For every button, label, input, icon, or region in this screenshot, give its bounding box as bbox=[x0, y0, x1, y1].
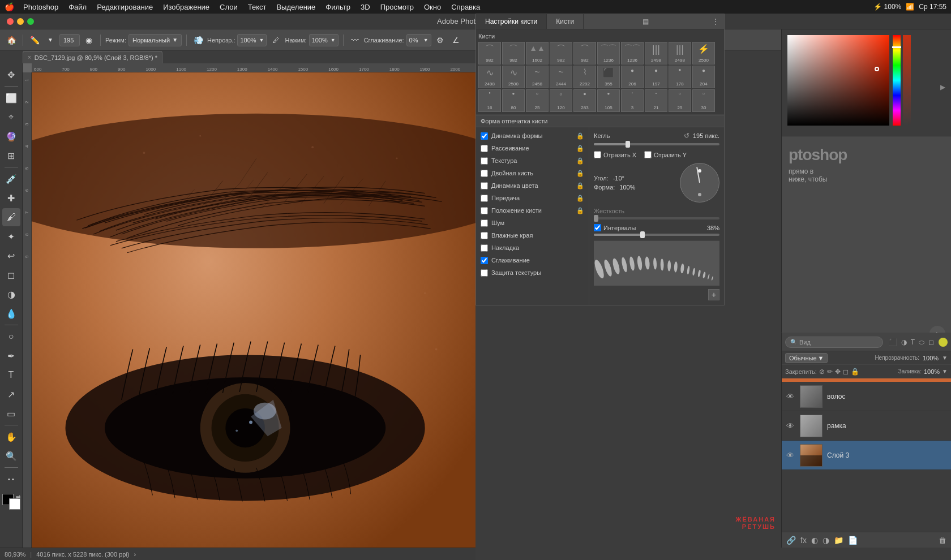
mirror-y-check[interactable] bbox=[644, 151, 652, 158]
preset-item[interactable]: ⌒⌒ 1236 bbox=[597, 42, 620, 64]
lock-icon[interactable]: 🔒 bbox=[576, 145, 584, 152]
lock-icon[interactable]: 🔒 bbox=[576, 157, 584, 165]
menu-image[interactable]: Изображение bbox=[160, 3, 213, 11]
option-dual-brush-check[interactable] bbox=[481, 170, 488, 177]
lock-all-icon[interactable]: 🔒 bbox=[851, 368, 859, 376]
panel-close-button[interactable]: ▤ bbox=[637, 14, 654, 29]
option-transfer-check[interactable] bbox=[481, 195, 488, 202]
delete-layer-icon[interactable]: 🗑 bbox=[939, 536, 946, 545]
lock-icon[interactable]: 🔒 bbox=[576, 207, 584, 214]
preset-item[interactable]: ⚡ 2500 bbox=[692, 42, 715, 64]
opacity-input[interactable]: 100%▼ bbox=[237, 34, 267, 46]
new-group-icon[interactable]: 📁 bbox=[834, 536, 843, 545]
crop-tool[interactable]: ⊞ bbox=[2, 147, 20, 165]
option-build-up-check[interactable] bbox=[481, 244, 488, 252]
type-tool[interactable]: T bbox=[2, 366, 20, 384]
document-tab[interactable]: × DSC_7129.jpg @ 80,9% (Слой 3, RGB/8*) … bbox=[23, 51, 162, 63]
hue-slider[interactable] bbox=[893, 35, 901, 126]
layer-filter-shape[interactable]: ⬭ bbox=[918, 337, 926, 347]
option-wet-edges-check[interactable] bbox=[481, 232, 488, 239]
option-color-dynamics-check[interactable] bbox=[481, 182, 488, 189]
menu-window[interactable]: Окно bbox=[421, 3, 444, 11]
preset-item[interactable]: ⌒ 982 bbox=[478, 42, 501, 64]
preset-item[interactable]: ∿ 2498 bbox=[478, 66, 501, 88]
preset-item[interactable]: ● 204 bbox=[692, 66, 715, 88]
lock-artboard-icon[interactable]: ◻ bbox=[843, 368, 849, 376]
option-noise-check[interactable] bbox=[481, 219, 488, 227]
preset-item[interactable]: ● 206 bbox=[621, 66, 644, 88]
layers-search[interactable]: 🔍 Вид bbox=[785, 337, 883, 348]
menu-help[interactable]: Справка bbox=[448, 3, 483, 11]
preset-item[interactable]: ▲▲ 1602 bbox=[526, 42, 549, 64]
hardness-slider[interactable] bbox=[594, 217, 719, 219]
add-adjustment-icon[interactable]: ◑ bbox=[823, 536, 829, 545]
preset-item[interactable]: ⌇ 2292 bbox=[573, 66, 596, 88]
preset-item[interactable]: ⌒ 982 bbox=[502, 42, 525, 64]
lock-icon[interactable]: 🔒 bbox=[576, 195, 584, 202]
brush-tool[interactable]: 🖌 bbox=[2, 208, 20, 226]
layer-item-layer3[interactable]: 👁 Слой 3 ЖЁВАНАЯ РЕТУШЬ bbox=[782, 441, 951, 470]
preset-item[interactable]: ∿ 2500 bbox=[502, 66, 525, 88]
apple-menu[interactable]: 🍎 bbox=[5, 2, 14, 11]
option-scattering-check[interactable] bbox=[481, 145, 488, 152]
preset-item[interactable]: ● 197 bbox=[645, 66, 667, 88]
preset-item[interactable]: ● 178 bbox=[669, 66, 691, 88]
add-mask-icon[interactable]: ◐ bbox=[811, 536, 818, 545]
eraser-tool[interactable]: ◻ bbox=[2, 266, 20, 284]
preset-item[interactable]: ||| 2498 bbox=[645, 42, 667, 64]
smoothing-icon[interactable]: 〰 bbox=[348, 33, 362, 47]
canvas-area[interactable]: 600 700 800 900 1000 1100 1200 1300 1400… bbox=[23, 63, 476, 548]
option-brush-pose-check[interactable] bbox=[481, 207, 488, 214]
flow-input[interactable]: 100%▼ bbox=[309, 34, 339, 46]
preset-item[interactable]: ⬛ 355 bbox=[597, 66, 620, 88]
menu-photoshop[interactable]: Photoshop bbox=[20, 3, 62, 11]
preset-item[interactable]: ● 16 bbox=[478, 89, 501, 112]
alpha-slider[interactable] bbox=[903, 35, 911, 126]
pen-tool[interactable]: ✒ bbox=[2, 347, 20, 365]
lasso-tool[interactable]: ⌖ bbox=[2, 108, 20, 126]
close-button[interactable] bbox=[7, 18, 14, 25]
spacing-slider[interactable] bbox=[594, 234, 719, 236]
opacity-chevron[interactable]: ▼ bbox=[942, 355, 948, 361]
option-shape-dynamics-check[interactable] bbox=[481, 132, 488, 140]
maximize-button[interactable] bbox=[27, 18, 34, 25]
background-color[interactable] bbox=[9, 498, 20, 510]
layer-filter-type[interactable]: T bbox=[910, 337, 916, 347]
layer-visibility-icon[interactable]: 👁 bbox=[786, 451, 795, 460]
menu-file[interactable]: Файл bbox=[65, 3, 90, 11]
reset-size-icon[interactable]: ↺ bbox=[684, 132, 689, 140]
preset-item[interactable]: ~ 2458 bbox=[526, 66, 549, 88]
add-preset-button[interactable]: + bbox=[708, 289, 719, 300]
layer-filter-toggle[interactable] bbox=[939, 338, 948, 347]
preset-item[interactable]: ● 80 bbox=[502, 89, 525, 112]
spacing-check[interactable] bbox=[594, 224, 601, 231]
preset-item[interactable]: • 21 bbox=[645, 89, 667, 112]
rectangle-shape-tool[interactable]: ▭ bbox=[2, 404, 20, 423]
extra-tools[interactable]: • • bbox=[2, 470, 20, 488]
blend-mode-dropdown[interactable]: Обычные▼ bbox=[785, 353, 828, 363]
preset-item[interactable]: ⌒⌒ 1236 bbox=[621, 42, 644, 64]
smooth-input[interactable]: 0%▼ bbox=[406, 34, 431, 46]
dodge-tool[interactable]: ○ bbox=[2, 328, 20, 346]
lock-position-icon[interactable]: ✥ bbox=[835, 368, 841, 376]
preset-item[interactable]: ● 283 bbox=[573, 89, 596, 112]
menu-text[interactable]: Текст bbox=[245, 3, 270, 11]
menu-filter[interactable]: Фильтр bbox=[322, 3, 354, 11]
new-layer-icon[interactable]: 📄 bbox=[848, 536, 858, 545]
preset-item[interactable]: ● 105 bbox=[597, 89, 620, 112]
link-layers-icon[interactable]: 🔗 bbox=[786, 536, 796, 545]
move-tool[interactable]: ✥ bbox=[2, 66, 20, 84]
angle-direction-dot[interactable] bbox=[698, 169, 701, 173]
lock-transparency-icon[interactable]: ⊘ bbox=[819, 368, 825, 376]
brush-tool-icon[interactable]: ✏️ bbox=[28, 33, 41, 47]
menu-layers[interactable]: Слои bbox=[216, 3, 241, 11]
layer-visibility-icon[interactable]: 👁 bbox=[786, 392, 795, 401]
lock-pixels-icon[interactable]: ✏ bbox=[827, 368, 833, 376]
layer-filter-smartobj[interactable]: ◻ bbox=[927, 337, 935, 347]
option-protect-texture-check[interactable] bbox=[481, 269, 488, 277]
preset-item[interactable]: ||| 2498 bbox=[669, 42, 691, 64]
angle-input-icon[interactable]: ∠ bbox=[449, 33, 463, 47]
pressure-opacity-icon[interactable]: 🖊 bbox=[269, 33, 282, 47]
tab-brushes[interactable]: Кисти bbox=[547, 14, 584, 29]
smoothing-settings-icon[interactable]: ⚙ bbox=[434, 33, 447, 47]
